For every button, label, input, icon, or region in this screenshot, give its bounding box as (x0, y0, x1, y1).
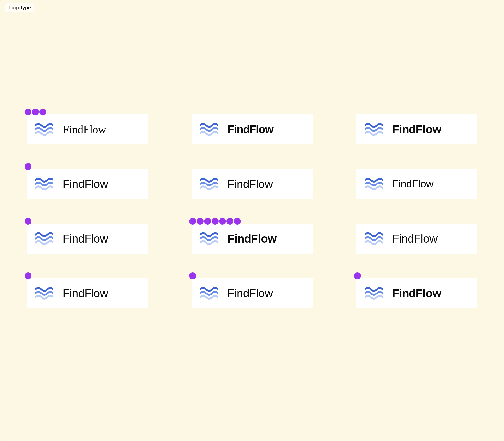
wordmark: FindFlow (63, 287, 108, 300)
wave-mark-icon (34, 176, 57, 192)
vote-dot-icon (25, 109, 32, 115)
wave-mark-icon (364, 285, 386, 302)
vote-dot-icon (354, 272, 361, 279)
wave-mark-icon (34, 230, 57, 247)
wordmark: FindFlow (227, 287, 273, 300)
logotype-variant: FindFlow (192, 114, 313, 144)
wordmark: FindFlow (227, 123, 273, 136)
vote-dot-icon (234, 218, 241, 225)
logotype-variant: FindFlow (27, 278, 148, 308)
wordmark: FindFlow (227, 177, 273, 191)
vote-dot-icon (189, 218, 196, 225)
vote-dot-icon (25, 218, 32, 225)
wordmark: FindFlow (392, 178, 433, 190)
vote-dot-icon (25, 272, 32, 279)
wave-mark-icon (34, 121, 57, 138)
wordmark: FindFlow (392, 232, 438, 245)
vote-dots (189, 218, 241, 225)
wave-mark-icon (364, 121, 386, 138)
wave-mark-icon (199, 121, 221, 138)
wave-mark-icon (199, 230, 221, 247)
wave-mark-icon (199, 285, 221, 302)
logotype-grid: FindFlowFindFlowFindFlowFindFlowFindFlow… (27, 114, 477, 308)
wordmark: FindFlow (392, 123, 441, 136)
vote-dot-icon (219, 218, 226, 225)
logotype-variant: FindFlow (192, 278, 313, 308)
vote-dot-icon (197, 218, 204, 225)
vote-dot-icon (189, 272, 196, 279)
wordmark: FindFlow (227, 232, 277, 245)
vote-dots (25, 163, 32, 170)
wave-mark-icon (34, 285, 57, 302)
wave-mark-icon (199, 176, 221, 192)
section-label: Logotype (5, 3, 34, 12)
wave-mark-icon (364, 176, 386, 192)
vote-dots (25, 109, 46, 115)
logotype-variant: FindFlow (192, 224, 313, 254)
vote-dot-icon (39, 109, 46, 115)
wave-mark-icon (364, 230, 386, 247)
vote-dot-icon (32, 109, 39, 115)
logotype-variant: FindFlow (27, 224, 148, 254)
vote-dots (354, 272, 361, 279)
vote-dot-icon (25, 163, 32, 170)
wordmark: FindFlow (63, 123, 106, 136)
logotype-variant: FindFlow (27, 114, 148, 144)
logotype-variant: FindFlow (27, 169, 148, 199)
logotype-variant: FindFlow (356, 114, 477, 144)
logotype-variant: FindFlow (192, 169, 313, 199)
vote-dot-icon (204, 218, 211, 225)
vote-dots (25, 272, 32, 279)
logotype-variant: FindFlow (356, 278, 477, 308)
vote-dots (25, 218, 32, 225)
logotype-variant: FindFlow (356, 224, 477, 254)
vote-dots (189, 272, 196, 279)
wordmark: FindFlow (63, 177, 108, 191)
vote-dot-icon (212, 218, 219, 225)
wordmark: FindFlow (392, 287, 441, 300)
wordmark: FindFlow (63, 232, 108, 245)
logotype-variant: FindFlow (356, 169, 477, 199)
vote-dot-icon (226, 218, 233, 225)
